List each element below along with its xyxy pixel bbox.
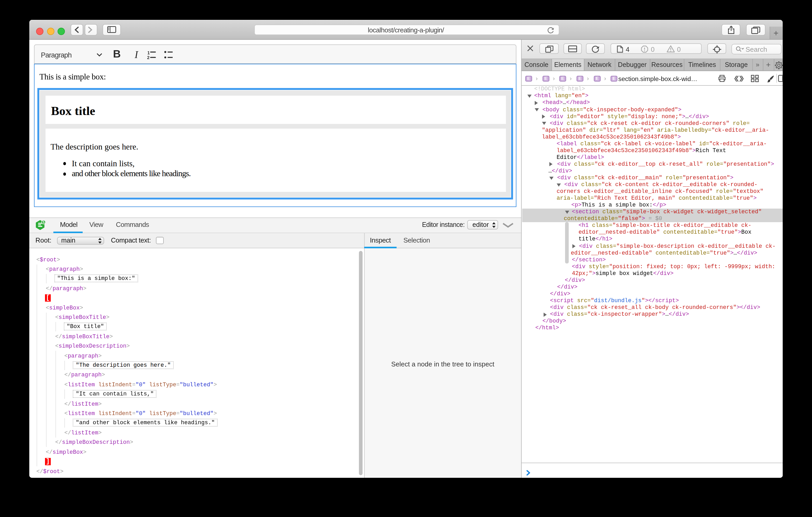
- svg-text:1: 1: [147, 50, 150, 55]
- svg-text:2: 2: [147, 55, 149, 59]
- svg-text:5: 5: [43, 220, 45, 224]
